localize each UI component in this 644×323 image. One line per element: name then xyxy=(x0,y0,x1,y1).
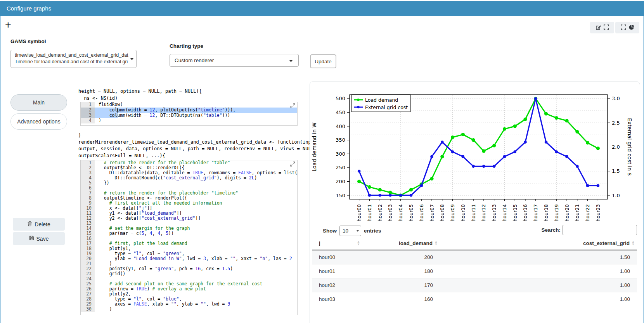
svg-text:hour15: hour15 xyxy=(512,204,518,222)
svg-text:hour19: hour19 xyxy=(554,204,559,222)
svg-text:hour23: hour23 xyxy=(595,204,601,222)
table-cell[interactable]: hour03 xyxy=(312,296,362,302)
code-line[interactable]: 10 x <- data[["j"]] xyxy=(81,206,297,211)
code-line[interactable]: 20 ylab = "Load demand in W", lwd = 3, x… xyxy=(81,256,297,261)
column-header-load-demand[interactable]: load_demand ▲▼ xyxy=(362,240,440,246)
svg-text:hour03: hour03 xyxy=(387,204,393,222)
show-label: Show xyxy=(323,228,337,234)
edit-code-fullscreen-button[interactable] xyxy=(590,22,614,33)
table-cell[interactable]: 180 xyxy=(362,268,440,274)
gams-symbol-value: timewise_load_demand_and_cost_external_g… xyxy=(15,52,131,59)
table-cell[interactable]: 1.00 xyxy=(440,296,637,302)
table-cell[interactable]: 160 xyxy=(362,296,440,302)
header-toolbar xyxy=(590,22,639,33)
ui-code-editor[interactable]: 1fluidRow(2 column(width = 12, plotOutpu… xyxy=(80,102,298,126)
code-line[interactable]: 22 points(y1, col = "green", pch = 16, c… xyxy=(81,266,297,271)
configure-graphs-dialog: Configure graphs + GAMS symbol timewise_… xyxy=(0,0,644,323)
code-line[interactable]: 4 DT::formatRound(c("cost_external_grid"… xyxy=(81,175,297,181)
code-line[interactable]: 1 # return the render for the placeholde… xyxy=(81,160,297,165)
svg-text:hour00: hour00 xyxy=(356,204,362,222)
code-line[interactable]: 27 plot(y2, xyxy=(81,292,297,297)
code-line[interactable]: 7 # return the render for the placeholde… xyxy=(81,191,297,196)
code-line[interactable]: 15 par(mar = c(5, 4, 4, 5)) xyxy=(81,231,297,236)
svg-text:hour10: hour10 xyxy=(460,204,466,222)
table-row[interactable]: hour002001.50 xyxy=(312,250,637,264)
delete-button[interactable]: Delete xyxy=(13,218,65,231)
table-cell[interactable]: hour02 xyxy=(312,282,362,288)
code-line[interactable]: 17 # first, plot the load demand xyxy=(81,241,297,246)
delete-button-label: Delete xyxy=(35,221,50,227)
code-line[interactable]: 19 type = "l", col = "green", xyxy=(81,251,297,256)
charting-type-value: Custom renderer xyxy=(175,57,214,63)
code-line[interactable]: 18 plot(y1, xyxy=(81,246,297,251)
code-line[interactable]: 16 xyxy=(81,236,297,241)
table-cell[interactable]: 1.50 xyxy=(440,254,637,260)
table-row[interactable]: hour031601.00 xyxy=(312,292,637,306)
table-cell[interactable]: 1.00 xyxy=(440,282,637,288)
svg-text:150: 150 xyxy=(336,193,345,198)
svg-text:400: 400 xyxy=(336,123,345,129)
search-input[interactable] xyxy=(563,225,637,235)
code-line[interactable]: 25 # add second plot on the same graph f… xyxy=(81,281,297,287)
code-line[interactable]: 21 ) xyxy=(81,261,297,266)
text-cursor xyxy=(117,108,118,113)
table-cell[interactable]: hour00 xyxy=(312,254,362,260)
edit-icon xyxy=(596,24,601,31)
code-line[interactable]: 30 ) xyxy=(81,307,297,312)
code-line[interactable]: 14 # set the margin for the graph xyxy=(81,226,297,231)
entries-label: entries xyxy=(364,228,381,234)
tab-main[interactable]: Main xyxy=(10,94,67,111)
code-line[interactable]: 5 }) xyxy=(81,181,297,186)
table-cell[interactable]: 200 xyxy=(362,254,440,260)
code-line[interactable]: 8 output$timeline <- renderPlot({ xyxy=(81,196,297,201)
add-graph-button[interactable]: + xyxy=(5,19,11,30)
svg-text:1.5: 1.5 xyxy=(612,168,620,174)
code-line[interactable]: 28 type = "l", col = "blue", xyxy=(81,297,297,302)
code-line[interactable]: 2 column(width = 12, plotOutput(ns("time… xyxy=(81,108,297,113)
code-line[interactable]: 23 grid() xyxy=(81,271,297,276)
svg-text:hour07: hour07 xyxy=(429,204,435,222)
table-header-row: j ▲▼ load_demand ▲▼ cost_external_grid ▲… xyxy=(312,236,637,250)
code-line[interactable]: 12 y2 <- data[["cost_external_grid"]] xyxy=(81,216,297,221)
svg-text:hour01: hour01 xyxy=(367,204,372,222)
code-line[interactable]: 29 axes = FALSE, xlab = "", ylab = "", l… xyxy=(81,302,297,307)
svg-text:hour17: hour17 xyxy=(533,204,538,222)
svg-text:hour16: hour16 xyxy=(522,204,528,222)
save-button[interactable]: Save xyxy=(13,232,65,245)
svg-text:hour21: hour21 xyxy=(574,204,580,222)
table-cell[interactable]: 1.00 xyxy=(440,268,637,274)
sort-icon: ▲▼ xyxy=(357,240,360,246)
svg-text:Load demand: Load demand xyxy=(365,97,398,103)
code-line[interactable]: 26 par(new = TRUE) # overlay a new plot xyxy=(81,287,297,292)
page-length-select[interactable]: 10 xyxy=(339,226,361,236)
svg-text:hour08: hour08 xyxy=(439,204,445,222)
table-cell[interactable]: 170 xyxy=(362,282,440,288)
charting-type-select[interactable]: Custom renderer xyxy=(170,54,299,67)
table-row[interactable]: hour021701.00 xyxy=(312,278,637,292)
code-line[interactable]: 6 xyxy=(81,186,297,191)
code-line[interactable]: 3 column(width = 12, DT::DTOutput(ns("ta… xyxy=(81,113,297,118)
code-line[interactable]: 1fluidRow( xyxy=(81,102,297,108)
render-code-editor[interactable]: 1 # return the render for the placeholde… xyxy=(80,160,298,315)
code-line[interactable]: 24 xyxy=(81,276,297,281)
chevron-down-icon xyxy=(357,230,359,232)
column-header-cost-external-grid[interactable]: cost_external_grid ▲▼ xyxy=(440,240,637,246)
code-line[interactable]: 13 xyxy=(81,221,297,226)
table-cell[interactable]: hour01 xyxy=(312,268,362,274)
code-line[interactable]: 4) xyxy=(81,118,297,123)
svg-text:200: 200 xyxy=(336,179,345,184)
update-button[interactable]: Update xyxy=(310,54,336,68)
column-header-j[interactable]: j ▲▼ xyxy=(312,240,362,246)
dialog-title: Configure graphs xyxy=(0,1,644,16)
code-line[interactable]: 11 y1 <- data[["load_demand"]] xyxy=(81,211,297,216)
code-line[interactable]: 2 output$table <- DT::renderDT({ xyxy=(81,165,297,170)
code-line[interactable]: 3 DT::datatable(data, editable = TRUE, r… xyxy=(81,170,297,175)
tab-advanced-options[interactable]: Advanced options xyxy=(10,113,67,130)
gams-symbol-select[interactable]: timewise_load_demand_and_cost_external_g… xyxy=(10,50,137,68)
chart-fullscreen-button[interactable] xyxy=(615,22,639,33)
chevron-down-icon xyxy=(130,58,133,60)
code-line[interactable]: 9 # first extract all the needed informa… xyxy=(81,201,297,206)
table-row[interactable]: hour011801.00 xyxy=(312,264,637,278)
page-length-control: Show 10 entries xyxy=(323,226,381,236)
svg-text:hour13: hour13 xyxy=(491,204,497,222)
